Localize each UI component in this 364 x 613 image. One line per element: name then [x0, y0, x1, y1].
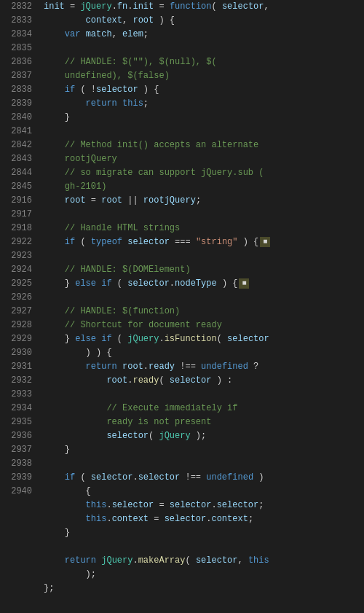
code-line: var match, elem; [44, 28, 364, 42]
code-line [44, 457, 364, 471]
code-line: return root.ready !== undefined ? [44, 360, 364, 374]
code-line: // Shortcut for document ready [44, 319, 364, 332]
code-line: // Handle HTML strings [44, 222, 364, 235]
code-line [44, 125, 364, 138]
expand-icon[interactable]: ■ [260, 237, 270, 247]
code-line [44, 388, 364, 402]
code-line: init = jQuery.fn.init = function( select… [44, 0, 364, 28]
code-line: selector( jQuery ); [44, 429, 364, 443]
expand-icon[interactable]: ■ [239, 278, 249, 289]
line-numbers: 2832 2833 2834 2835 2836 2837 2838 2839 … [0, 0, 38, 609]
code-line [44, 291, 364, 305]
code-line [44, 42, 364, 55]
code-line: root.ready( selector ) : [44, 374, 364, 388]
code-line: return this; [44, 97, 364, 111]
code-line: if ( typeof selector === "string" ) {■ [44, 235, 364, 249]
code-line: root = root || rootjQuery; [44, 194, 364, 208]
code-line: } else if ( jQuery.isFunction( selector … [44, 332, 364, 360]
code-line: // HANDLE: $(""), $(null), $( undefined)… [44, 55, 364, 83]
code-line: } [44, 443, 364, 457]
code-line: return jQuery.makeArray( selector, this … [44, 554, 364, 582]
code-line: } [44, 111, 364, 125]
code-line [44, 208, 364, 222]
code-line: // Method init() accepts an alternate ro… [44, 138, 364, 166]
code-editor: 2832 2833 2834 2835 2836 2837 2838 2839 … [0, 0, 364, 609]
code-line: }; [44, 582, 364, 596]
code-line: // so migrate can support jQuery.sub ( g… [44, 166, 364, 194]
code-line [44, 540, 364, 554]
code-line [44, 596, 364, 609]
code-line: // Execute immediately if ready is not p… [44, 402, 364, 429]
code-line: // HANDLE: $(DOMElement) [44, 263, 364, 277]
code-line [44, 249, 364, 263]
code-line: } else if ( selector.nodeType ) {■ [44, 277, 364, 291]
code-line: if ( !selector ) { [44, 83, 364, 97]
code-line: this.context = selector.context; [44, 512, 364, 526]
code-line: if ( selector.selector !== undefined ) { [44, 471, 364, 499]
code-line: // HANDLE: $(function) [44, 305, 364, 319]
code-line: this.selector = selector.selector; [44, 499, 364, 512]
code-content: init = jQuery.fn.init = function( select… [38, 0, 364, 609]
code-line: } [44, 526, 364, 540]
